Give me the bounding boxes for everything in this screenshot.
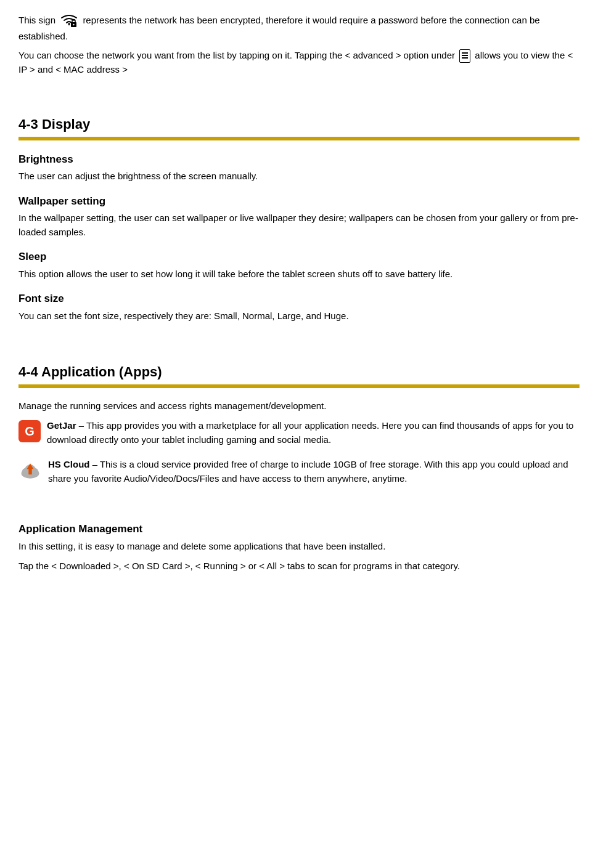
getjar-icon: G	[18, 420, 41, 442]
hscloud-description: This is a cloud service provided free of…	[48, 459, 568, 484]
hscloud-name: HS Cloud	[48, 459, 90, 469]
sleep-text: This option allows the user to set how l…	[18, 267, 580, 282]
apps-intro-text: Manage the running services and access r…	[18, 399, 580, 413]
getjar-icon-area: G	[18, 420, 41, 442]
app-management-line2: Tap the < Downloaded >, < On SD Card >, …	[18, 559, 580, 574]
sleep-heading: Sleep	[18, 249, 580, 265]
apps-section-divider	[18, 384, 580, 388]
brightness-heading: Brightness	[18, 152, 580, 168]
app-management-heading: Application Management	[18, 521, 580, 537]
display-section-heading: 4-3 Display	[18, 114, 580, 134]
intro-paragraph-1: This sign represents the network has bee…	[18, 12, 580, 44]
wifi-lock-icon	[60, 12, 78, 30]
hscloud-dash: –	[92, 459, 100, 469]
getjar-description: This app provides you with a marketplace…	[47, 420, 573, 445]
fontsize-heading: Font size	[18, 291, 580, 307]
getjar-icon-letter: G	[25, 422, 35, 440]
hscloud-icon-area	[18, 459, 42, 487]
wallpaper-heading: Wallpaper setting	[18, 193, 580, 209]
hscloud-entry: HS Cloud – This is a cloud service provi…	[18, 458, 580, 487]
app-management-line1: In this setting, it is easy to manage an…	[18, 540, 580, 554]
apps-section-heading: 4-4 Application (Apps)	[18, 362, 580, 382]
display-section-divider	[18, 137, 580, 140]
brightness-text: The user can adjust the brightness of th…	[18, 169, 580, 184]
intro-text-1a: This sign	[18, 15, 55, 25]
intro-text-2a: You can choose the network you want from…	[18, 50, 455, 60]
getjar-text-area: GetJar – This app provides you with a ma…	[47, 419, 580, 447]
wallpaper-text: In the wallpaper setting, the user can s…	[18, 211, 580, 239]
hscloud-icon	[18, 459, 42, 482]
menu-icon	[459, 49, 470, 63]
getjar-entry: G GetJar – This app provides you with a …	[18, 419, 580, 447]
hscloud-text-area: HS Cloud – This is a cloud service provi…	[48, 458, 580, 485]
intro-text-1b: represents the network has been encrypte…	[18, 15, 540, 41]
getjar-name: GetJar	[47, 420, 76, 431]
intro-paragraph-2: You can choose the network you want from…	[18, 49, 580, 77]
svg-point-1	[73, 24, 75, 25]
getjar-dash: –	[79, 420, 86, 431]
fontsize-text: You can set the font size, respectively …	[18, 309, 580, 323]
